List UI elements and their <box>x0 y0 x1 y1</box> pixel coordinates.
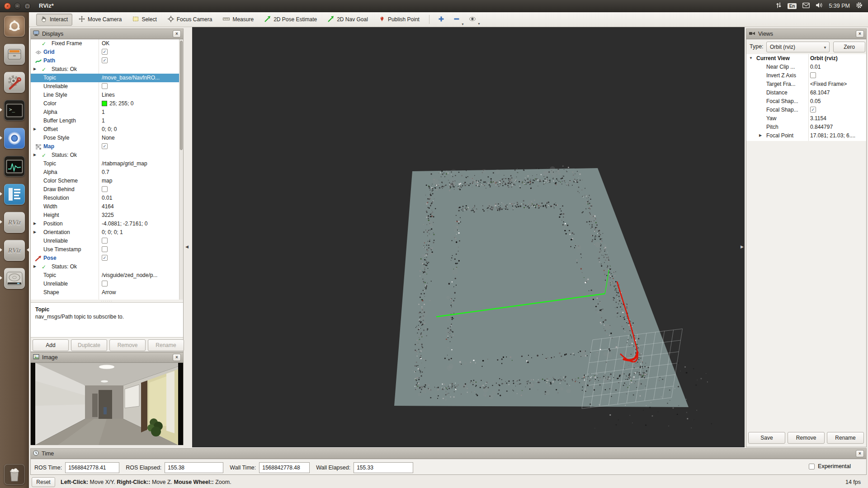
property-row-topic[interactable]: Topic/rtabmap/grid_map <box>31 160 183 168</box>
property-checkbox[interactable] <box>102 186 108 192</box>
property-row-near-clip-[interactable]: Near Clip ...0.01 <box>746 63 866 71</box>
expander-icon[interactable]: ▶ <box>33 221 36 225</box>
property-row-topic[interactable]: Topic/move_base/NavfnRO... <box>31 74 183 82</box>
tool-interact[interactable]: Interact <box>36 14 72 26</box>
property-row-status-ok[interactable]: ▶✓Status: Ok <box>31 65 183 74</box>
expander-icon[interactable]: ▶ <box>759 133 762 137</box>
property-row-focal-point[interactable]: ▶Focal Point17.081; 21.03; 6.... <box>746 131 866 140</box>
tool-publish-point[interactable]: Publish Point <box>374 14 424 26</box>
expander-icon[interactable]: ▶ <box>33 230 36 234</box>
tool-select[interactable]: Select <box>128 14 161 26</box>
close-panel-icon[interactable]: × <box>856 450 864 457</box>
files-icon[interactable] <box>4 44 25 65</box>
property-row-fixed-frame[interactable]: ✓Fixed FrameOK <box>31 39 183 48</box>
rviz-launcher-2-icon[interactable]: RViz <box>4 240 25 261</box>
ros-elapsed-input[interactable] <box>165 462 223 473</box>
property-row-height[interactable]: Height3225 <box>31 211 183 220</box>
property-row-use-timestamp[interactable]: Use Timestamp <box>31 245 183 254</box>
add-tool-button[interactable] <box>434 14 448 26</box>
add-button[interactable]: Add <box>33 339 69 351</box>
expander-icon[interactable]: ▶ <box>33 153 36 157</box>
property-row-resolution[interactable]: Resolution0.01 <box>31 194 183 202</box>
property-checkbox[interactable]: ✓ <box>810 107 816 113</box>
maximize-window-button[interactable]: ▢ <box>24 3 31 9</box>
property-row-status-ok[interactable]: ▶✓Status: Ok <box>31 151 183 160</box>
3d-viewport[interactable] <box>192 27 745 447</box>
close-window-button[interactable]: × <box>4 3 11 9</box>
property-checkbox[interactable] <box>102 281 108 286</box>
property-row-line-style[interactable]: Line StyleLines <box>31 91 183 99</box>
property-row-draw-behind[interactable]: Draw Behind <box>31 185 183 194</box>
property-row-unreliable[interactable]: Unreliable <box>31 237 183 245</box>
ubuntu-dash-icon[interactable] <box>4 16 25 37</box>
tool-2d-nav-goal[interactable]: 2D Nav Goal <box>323 14 373 26</box>
right-splitter-collapse-icon[interactable]: ▶ <box>741 244 744 249</box>
close-panel-icon[interactable]: × <box>173 30 181 38</box>
property-row-current-view[interactable]: ▼Current ViewOrbit (rviz) <box>746 54 866 63</box>
property-row-alpha[interactable]: Alpha0.7 <box>31 168 183 177</box>
zero-button[interactable]: Zero <box>833 42 865 52</box>
property-row-distance[interactable]: Distance68.1047 <box>746 89 866 97</box>
image-panel-header[interactable]: Image × <box>31 352 183 363</box>
ros-time-input[interactable] <box>65 462 119 473</box>
property-row-target-fra-[interactable]: Target Fra...<Fixed Frame> <box>746 80 866 89</box>
property-row-position[interactable]: ▶Position-4.0881; -2.7161; 0 <box>31 220 183 228</box>
property-row-pose[interactable]: Pose✓ <box>31 254 183 263</box>
property-row-yaw[interactable]: Yaw3.1154 <box>746 114 866 123</box>
remove-tool-button[interactable]: ▼ <box>450 14 463 26</box>
hard-drive-icon[interactable] <box>4 268 25 289</box>
remove-view-button[interactable]: Remove <box>788 432 825 444</box>
property-row-status-ok[interactable]: ▶✓Status: Ok <box>31 263 183 271</box>
keyboard-layout-indicator[interactable]: En <box>788 3 797 9</box>
network-arrows-icon[interactable] <box>776 2 782 10</box>
property-row-color[interactable]: Color25; 255; 0 <box>31 99 183 108</box>
property-row-topic[interactable]: Topic/visguide/zed_node/p... <box>31 271 183 280</box>
duplicate-button[interactable]: Duplicate <box>71 339 107 351</box>
terminal-icon[interactable]: >_ <box>4 100 25 121</box>
tool-move-camera[interactable]: Move Camera <box>74 14 126 26</box>
save-view-button[interactable]: Save <box>748 432 785 444</box>
displays-panel-header[interactable]: Displays × <box>31 29 183 39</box>
session-gear-icon[interactable] <box>856 2 863 10</box>
system-monitor-icon[interactable] <box>4 156 25 177</box>
property-row-offset[interactable]: ▶Offset0; 0; 0 <box>31 125 183 134</box>
wall-elapsed-input[interactable] <box>354 462 413 473</box>
wall-time-input[interactable] <box>259 462 310 473</box>
view-type-select[interactable]: Orbit (rviz) ▼ <box>766 42 830 52</box>
experimental-checkbox[interactable] <box>809 464 815 469</box>
property-row-focal-shap-[interactable]: Focal Shap...✓ <box>746 106 866 114</box>
property-checkbox[interactable]: ✓ <box>102 255 108 261</box>
trash-icon[interactable] <box>4 464 25 485</box>
property-row-buffer-length[interactable]: Buffer Length1 <box>31 117 183 125</box>
system-settings-icon[interactable] <box>4 72 25 93</box>
expander-icon[interactable]: ▶ <box>33 264 36 268</box>
chromium-icon[interactable] <box>4 128 25 149</box>
minimize-window-button[interactable]: − <box>14 3 21 9</box>
rename-button[interactable]: Rename <box>148 339 184 351</box>
left-splitter-collapse-icon[interactable]: ◀ <box>185 244 189 249</box>
property-row-pitch[interactable]: Pitch0.844797 <box>746 123 866 131</box>
text-editor-icon[interactable] <box>4 184 25 205</box>
property-row-pose-style[interactable]: Pose StyleNone <box>31 134 183 142</box>
rviz-launcher-1-icon[interactable]: RViz <box>4 212 25 233</box>
close-panel-icon[interactable]: × <box>173 354 181 361</box>
property-checkbox[interactable] <box>810 72 816 78</box>
displays-tree-scrollbar[interactable] <box>179 39 183 300</box>
property-row-invert-z-axis[interactable]: Invert Z Axis <box>746 71 866 80</box>
property-checkbox[interactable] <box>102 238 108 244</box>
property-row-unreliable[interactable]: Unreliable <box>31 280 183 288</box>
scrollbar-thumb[interactable] <box>180 41 183 150</box>
color-swatch[interactable] <box>102 101 107 106</box>
close-panel-icon[interactable]: × <box>856 30 864 38</box>
clock-indicator[interactable]: 5:39 PM <box>829 3 850 9</box>
property-row-unreliable[interactable]: Unreliable <box>31 82 183 91</box>
property-row-shape[interactable]: ShapeArrow <box>31 288 183 297</box>
remove-button[interactable]: Remove <box>109 339 146 351</box>
tool-focus-camera[interactable]: Focus Camera <box>163 14 217 26</box>
expander-icon[interactable]: ▼ <box>749 56 753 60</box>
rename-view-button[interactable]: Rename <box>827 432 864 444</box>
property-row-focal-shap-[interactable]: Focal Shap...0.05 <box>746 97 866 106</box>
reset-button[interactable]: Reset <box>32 477 55 487</box>
expander-icon[interactable]: ▶ <box>33 67 36 71</box>
property-checkbox[interactable] <box>102 246 108 252</box>
